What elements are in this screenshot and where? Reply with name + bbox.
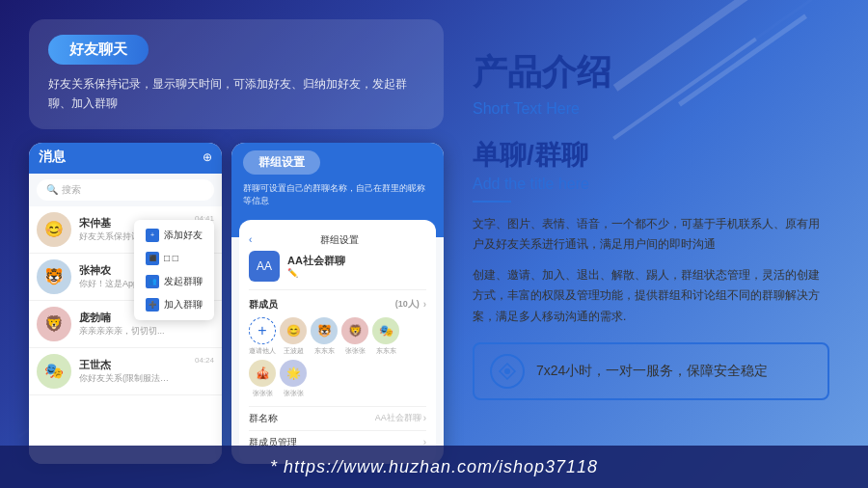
section-title: 单聊/群聊: [473, 137, 829, 174]
phone-header: 消息 ⊕: [29, 143, 222, 174]
member-avatar: 🎭: [372, 317, 399, 344]
member-add-wrap[interactable]: + 邀请他人: [249, 317, 276, 356]
add-title: Add the title here: [473, 176, 829, 193]
friend-chat-box: 好友聊天 好友关系保持记录，显示聊天时间，可添加好友、归纳加好友，发起群聊、加入…: [29, 19, 444, 129]
phone-messages: 消息 ⊕ 🔍 搜索 😊 宋仲基 好友关系保持记录，显示...: [29, 143, 222, 464]
svg-point-1: [504, 368, 510, 374]
footer-url: * https://www.huzhan.com/ishop37118: [270, 457, 598, 477]
chat-list-item[interactable]: 😊 宋仲基 好友关系保持记录，显示... 04:41 + 添加好友: [29, 206, 222, 254]
member-name: 王波超: [280, 346, 307, 356]
start-group-label: 发起群聊: [164, 275, 203, 288]
add-friend-cm-icon: +: [146, 229, 159, 242]
group-card-nav[interactable]: ‹ 群组设置: [249, 230, 426, 251]
context-add-friend[interactable]: + 添加好友: [134, 224, 214, 247]
member-avatar: 🌟: [280, 360, 307, 387]
right-section: 产品介绍 Short Text Here 单聊/群聊 Add the title…: [453, 10, 858, 440]
join-group-label: 加入群聊: [164, 298, 203, 312]
chevron-right-icon: ›: [423, 299, 426, 310]
member-wrap: 🎭 东东东: [372, 317, 399, 356]
group-card-header: AA AA社会群聊 ✏️: [249, 251, 426, 290]
chevron-right-icon: ›: [423, 413, 426, 423]
member-avatar: 🦁: [341, 317, 368, 344]
friend-chat-description: 好友关系保持记录，显示聊天时间，可添加好友、归纳加好友，发起群聊、加入群聊: [48, 74, 424, 114]
group-members-title: 群成员 (10人) ›: [249, 298, 426, 312]
avatar: 😊: [37, 212, 71, 247]
member-name: 张张张: [249, 389, 276, 398]
add-friend-label: 添加好友: [164, 229, 203, 242]
members-count: (10人): [395, 298, 420, 311]
member-wrap: 🦁 张张张: [341, 317, 368, 356]
description-2: 创建、邀请、加入、退出、解散、踢人，群组状态管理，灵活的创建方式，丰富的权限及管…: [473, 265, 829, 328]
group-settings-card: ‹ 群组设置 AA AA社会群聊 ✏️ 群成员: [239, 220, 436, 464]
avatar: 🎭: [37, 354, 71, 389]
group-name-right: AA社会群聊: [375, 412, 421, 424]
avatar: 🦁: [37, 307, 71, 341]
member-label: 邀请他人: [249, 346, 276, 356]
member-name: 东东东: [311, 346, 338, 356]
search-icon: 🔍: [46, 184, 58, 195]
search-placeholder: 搜索: [62, 183, 81, 197]
group-settings-title: 群组设置: [243, 150, 320, 175]
start-group-icon: 👥: [146, 275, 159, 288]
group-name: AA社会群聊: [287, 254, 345, 268]
context-fullscreen[interactable]: ⬛ □ □: [134, 247, 214, 270]
fullscreen-icon: ⬛: [146, 252, 159, 265]
member-wrap: 🎪 张张张: [249, 360, 276, 398]
group-name-row[interactable]: 群名称 AA社会群聊 ›: [249, 406, 426, 430]
member-wrap: 🌟 张张张: [280, 360, 307, 398]
main-container: 好友聊天 好友关系保持记录，显示聊天时间，可添加好友、归纳加好友，发起群聊、加入…: [10, 10, 858, 440]
member-name: 张张张: [341, 346, 368, 356]
context-menu: + 添加好友 ⬛ □ □ 👥 发起群聊: [134, 220, 214, 320]
member-name: 东东东: [372, 346, 399, 356]
product-title: 产品介绍: [473, 49, 829, 96]
phone-title: 消息: [39, 149, 66, 166]
member-avatar: 🎪: [249, 360, 276, 387]
group-name-label: 群名称: [249, 412, 278, 425]
chat-time: 04:24: [195, 356, 214, 365]
back-icon: ‹: [249, 234, 252, 245]
divider-line: [473, 201, 511, 203]
phone-group-settings: 群组设置 群聊可设置自己的群聊名称，自己在群里的昵称等信息 ‹ 群组设置 AA: [231, 143, 444, 464]
service-text: 7x24小时，一对一服务，保障安全稳定: [536, 363, 768, 380]
join-group-icon: ➕: [146, 298, 159, 312]
group-subtitle: ✏️: [287, 268, 345, 278]
context-join-group[interactable]: ➕ 加入群聊: [134, 293, 214, 316]
fullscreen-label: □ □: [164, 253, 178, 263]
member-wrap: 🐯 东东东: [311, 317, 338, 356]
context-start-group[interactable]: 👥 发起群聊: [134, 270, 214, 293]
left-section: 好友聊天 好友关系保持记录，显示聊天时间，可添加好友、归纳加好友，发起群聊、加入…: [10, 10, 453, 440]
group-name-info: AA社会群聊 ✏️: [287, 254, 345, 278]
members-label: 群成员: [249, 298, 278, 312]
chat-preview: 你好友关系(限制服法提升?...: [79, 372, 176, 385]
nav-label: 群组设置: [320, 233, 359, 247]
member-add-button[interactable]: +: [249, 317, 276, 344]
service-box: 7x24小时，一对一服务，保障安全稳定: [473, 342, 829, 400]
footer: * https://www.huzhan.com/ishop37118: [0, 446, 868, 488]
member-avatar: 🐯: [311, 317, 338, 344]
phones-row: 消息 ⊕ 🔍 搜索 😊 宋仲基 好友关系保持记录，显示...: [29, 143, 444, 464]
add-friend-icon[interactable]: ⊕: [203, 150, 212, 164]
header-icons: ⊕: [203, 150, 212, 164]
service-icon: [490, 354, 525, 389]
member-name: 张张张: [280, 389, 307, 398]
member-wrap: 😊 王波超: [280, 317, 307, 356]
phone-body: 😊 宋仲基 好友关系保持记录，显示... 04:41 + 添加好友: [29, 206, 222, 464]
phone-search-bar[interactable]: 🔍 搜索: [37, 179, 214, 201]
friend-chat-button[interactable]: 好友聊天: [48, 35, 149, 65]
members-grid: + 邀请他人 😊 王波超 🐯 东东东 🦁: [249, 317, 426, 398]
description-1: 文字、图片、表情、语音，一个都不少，可基于手机联系人、原有用户及好友关系进行通讯…: [473, 214, 829, 256]
avatar: 🐯: [37, 259, 71, 294]
chat-list-item[interactable]: 🎭 王世杰 你好友关系(限制服法提升?... 04:24: [29, 348, 222, 395]
group-avatar: AA: [249, 251, 280, 282]
chat-preview: 亲亲亲亲亲，切切切...: [79, 325, 176, 338]
member-avatar: 😊: [280, 317, 307, 344]
short-text: Short Text Here: [473, 100, 829, 118]
group-settings-desc: 群聊可设置自己的群聊名称，自己在群里的昵称等信息: [243, 182, 432, 208]
